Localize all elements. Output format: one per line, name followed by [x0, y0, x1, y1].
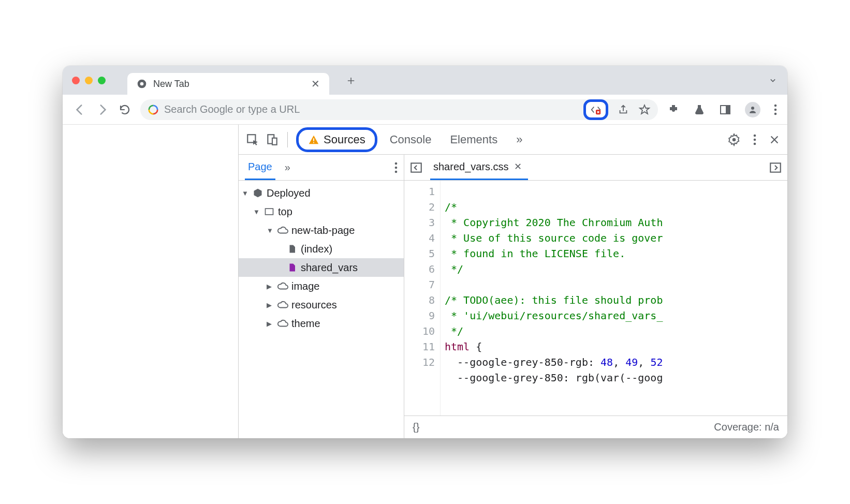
gear-icon[interactable] [727, 133, 741, 146]
tree-deployed[interactable]: ▼ Deployed [239, 184, 404, 202]
tree-theme[interactable]: ▶ theme [239, 314, 404, 333]
tree-resources[interactable]: ▶ resources [239, 295, 404, 314]
editor-footer: {} Coverage: n/a [404, 416, 787, 438]
cloud-icon [277, 299, 288, 310]
new-tab-button[interactable]: ＋ [345, 72, 357, 88]
show-navigator-icon[interactable] [409, 161, 423, 174]
navigator-tabs: Page » [239, 155, 404, 181]
profile-button[interactable] [745, 102, 760, 117]
code-view[interactable]: 123456789101112 /* * Copyright 2020 The … [404, 181, 787, 416]
svg-point-23 [395, 166, 398, 169]
devtools-tabbar: Sources Console Elements » [239, 125, 787, 155]
address-bar[interactable]: Search Google or type a URL [140, 99, 658, 120]
svg-rect-26 [411, 163, 421, 172]
coverage-status: Coverage: n/a [714, 421, 779, 433]
tree-origin[interactable]: ▼ new-tab-page [239, 221, 404, 240]
tree-index[interactable]: (index) [239, 240, 404, 258]
browser-window: New Tab ✕ ＋ Search Google or type a URL [63, 66, 787, 438]
svg-point-19 [754, 134, 756, 137]
window-maximize-button[interactable] [98, 77, 106, 84]
google-icon [148, 104, 159, 115]
svg-rect-25 [266, 209, 273, 215]
cloud-icon [277, 225, 288, 236]
extensions-icon[interactable] [667, 103, 680, 116]
navigator-tab-overflow[interactable]: » [285, 161, 290, 173]
svg-point-18 [732, 138, 736, 141]
svg-point-24 [395, 170, 398, 173]
tab-console[interactable]: Console [384, 130, 438, 150]
svg-point-11 [774, 108, 777, 111]
source-editor: shared_vars.css ✕ 123456789101112 /* * C… [404, 155, 787, 438]
browser-menu-icon[interactable] [774, 104, 777, 115]
tab-title: New Tab [153, 79, 189, 90]
labs-icon[interactable] [693, 103, 706, 116]
svg-point-9 [751, 107, 754, 110]
svg-rect-8 [726, 106, 730, 114]
toolbar-actions [667, 102, 777, 117]
tab-list-button[interactable] [768, 75, 778, 85]
svg-point-1 [140, 82, 144, 86]
svg-point-22 [395, 162, 398, 165]
chrome-icon [137, 79, 147, 89]
content-area: Sources Console Elements » Page » [63, 125, 787, 438]
sources-navigator: Page » ▼ Deployed ▼ top [239, 155, 404, 438]
page-viewport [63, 125, 239, 438]
forward-button[interactable] [96, 103, 109, 116]
tab-close-button[interactable]: ✕ [311, 78, 320, 90]
file-tab-close-icon[interactable]: ✕ [514, 161, 522, 172]
window-close-button[interactable] [72, 77, 80, 84]
devtools-indicator-highlight [583, 99, 608, 120]
svg-point-20 [754, 138, 756, 141]
svg-point-21 [754, 142, 756, 145]
cloud-icon [277, 280, 288, 292]
separator [287, 132, 288, 147]
show-debugger-icon[interactable] [769, 161, 782, 174]
inspect-element-icon[interactable] [246, 133, 259, 146]
svg-rect-17 [313, 142, 314, 143]
cube-icon [252, 188, 263, 198]
tree-image[interactable]: ▶ image [239, 277, 404, 295]
tab-sources[interactable]: Sources [296, 127, 377, 152]
share-icon[interactable] [618, 104, 629, 115]
sidepanel-icon[interactable] [719, 103, 731, 116]
window-minimize-button[interactable] [85, 77, 93, 84]
tab-elements[interactable]: Elements [444, 130, 504, 150]
tab-strip: New Tab ✕ ＋ [63, 66, 787, 95]
devtools-panel: Sources Console Elements » Page » [239, 125, 787, 438]
svg-rect-27 [770, 163, 781, 172]
svg-point-10 [774, 104, 777, 107]
bookmark-star-icon[interactable] [638, 103, 651, 116]
warning-icon [308, 134, 319, 145]
file-icon [286, 262, 298, 273]
code-text: /* * Copyright 2020 The Chromium Auth * … [441, 181, 787, 416]
navigator-tab-page[interactable]: Page [245, 155, 275, 180]
devtools-error-icon[interactable] [590, 104, 602, 115]
window-controls [72, 77, 106, 84]
cloud-icon [277, 318, 288, 329]
tree-shared-vars[interactable]: shared_vars [239, 258, 404, 277]
file-tree: ▼ Deployed ▼ top ▼ new-tab-page [239, 181, 404, 438]
device-toggle-icon[interactable] [266, 133, 279, 146]
file-tab[interactable]: shared_vars.css ✕ [430, 155, 528, 180]
frame-icon [263, 206, 275, 217]
navigator-menu-icon[interactable] [394, 162, 398, 173]
editor-tabbar: shared_vars.css ✕ [404, 155, 787, 181]
line-gutter: 123456789101112 [404, 181, 441, 416]
omnibox-placeholder: Search Google or type a URL [164, 103, 300, 115]
tree-top[interactable]: ▼ top [239, 202, 404, 221]
file-icon [286, 244, 298, 254]
reload-button[interactable] [119, 103, 131, 116]
svg-rect-16 [313, 138, 314, 141]
browser-tab[interactable]: New Tab ✕ [127, 73, 329, 95]
devtools-menu-icon[interactable] [753, 134, 756, 145]
back-button[interactable] [73, 103, 86, 116]
pretty-print-button[interactable]: {} [413, 421, 419, 433]
close-icon[interactable] [769, 134, 780, 145]
tab-overflow[interactable]: » [510, 130, 529, 150]
svg-rect-15 [272, 138, 277, 144]
svg-point-12 [774, 112, 777, 115]
browser-toolbar: Search Google or type a URL [63, 95, 787, 125]
